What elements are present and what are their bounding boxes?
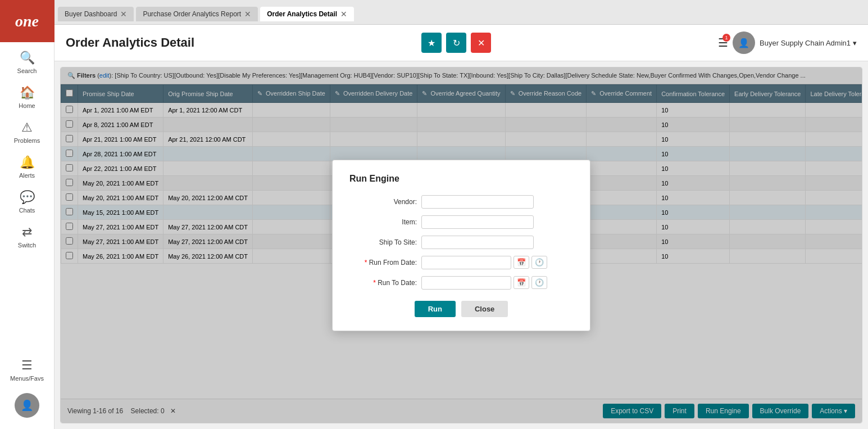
- sidebar-item-problems[interactable]: ⚠ Problems: [0, 115, 54, 150]
- sidebar-item-home[interactable]: 🏠 Home: [0, 80, 54, 115]
- run-to-date-input[interactable]: [421, 276, 511, 290]
- tab-purchase-order-analytics[interactable]: Purchase Order Analytics Report ✕: [136, 7, 258, 21]
- sidebar-item-label: Problems: [14, 137, 40, 144]
- sidebar-item-menus[interactable]: ☰ Menus/Favs: [7, 353, 47, 387]
- notification-button[interactable]: ☰ 1: [718, 36, 728, 49]
- home-icon: 🏠: [20, 85, 35, 100]
- item-label: Item:: [349, 218, 417, 226]
- bell-icon: 🔔: [20, 155, 35, 170]
- run-from-date-container: 📅 🕐: [421, 256, 547, 269]
- run-from-date-clock-icon[interactable]: 🕐: [531, 256, 547, 269]
- modal-buttons: Run Close: [349, 301, 573, 317]
- tab-close-buyer-dashboard[interactable]: ✕: [120, 10, 127, 18]
- tab-close-order-analytics[interactable]: ✕: [340, 10, 347, 18]
- modal-run-button[interactable]: Run: [415, 301, 456, 317]
- chevron-down-icon: ▾: [853, 39, 857, 47]
- search-icon: 🔍: [20, 51, 35, 65]
- header-actions: ★ ↻ ✕: [421, 33, 491, 53]
- run-from-date-input[interactable]: [421, 256, 511, 269]
- run-to-date-calendar-icon[interactable]: 📅: [513, 276, 529, 289]
- tab-label: Order Analytics Detail: [267, 10, 337, 18]
- sidebar-user-avatar[interactable]: 👤: [7, 387, 47, 423]
- vendor-row: Vendor:: [349, 195, 573, 209]
- sidebar-item-chats[interactable]: 💬 Chats: [0, 184, 54, 219]
- sidebar-bottom: ☰ Menus/Favs 👤: [7, 353, 47, 429]
- run-engine-modal: Run Engine Vendor: Item: Ship To Site: R…: [332, 160, 590, 331]
- item-row: Item:: [349, 215, 573, 229]
- tab-label: Purchase Order Analytics Report: [143, 10, 241, 18]
- sidebar: one 🔍 Search 🏠 Home ⚠ Problems 🔔 Alerts …: [0, 0, 54, 429]
- tab-bar: Buyer Dashboard ✕ Purchase Order Analyti…: [54, 0, 868, 25]
- content-area: 🔍 Filters (edit): [Ship To Country: US][…: [60, 67, 862, 423]
- sidebar-item-label: Chats: [19, 207, 35, 214]
- main-area: Buyer Dashboard ✕ Purchase Order Analyti…: [54, 0, 868, 429]
- run-to-date-label: Run To Date:: [349, 279, 417, 287]
- run-from-date-row: Run From Date: 📅 🕐: [349, 256, 573, 269]
- switch-icon: ⇄: [22, 225, 32, 240]
- sidebar-bottom-label: Menus/Favs: [10, 375, 44, 382]
- user-avatar: 👤: [733, 31, 755, 54]
- sidebar-item-switch[interactable]: ⇄ Switch: [0, 219, 54, 254]
- ship-to-site-row: Ship To Site:: [349, 236, 573, 249]
- modal-close-button[interactable]: Close: [461, 301, 508, 317]
- page-title: Order Analytics Detail: [66, 35, 194, 50]
- run-from-date-calendar-icon[interactable]: 📅: [513, 256, 529, 269]
- sidebar-item-search[interactable]: 🔍 Search: [0, 45, 54, 80]
- run-to-date-row: Run To Date: 📅 🕐: [349, 276, 573, 290]
- warning-icon: ⚠: [21, 120, 33, 135]
- run-to-date-container: 📅 🕐: [421, 276, 547, 290]
- modal-overlay: Run Engine Vendor: Item: Ship To Site: R…: [61, 67, 862, 423]
- avatar-bottom: 👤: [15, 393, 39, 418]
- tab-label: Buyer Dashboard: [65, 10, 117, 18]
- tab-buyer-dashboard[interactable]: Buyer Dashboard ✕: [58, 7, 134, 21]
- user-dropdown[interactable]: Buyer Supply Chain Admin1 ▾: [760, 39, 857, 47]
- tab-close-purchase-order[interactable]: ✕: [244, 10, 251, 18]
- page-header: Order Analytics Detail ★ ↻ ✕ ☰ 1 👤 Buyer…: [54, 25, 868, 61]
- item-input[interactable]: [421, 215, 534, 229]
- logo-text: one: [15, 12, 39, 30]
- vendor-label: Vendor:: [349, 198, 417, 206]
- refresh-button[interactable]: ↻: [446, 33, 466, 53]
- sidebar-item-label: Home: [19, 102, 35, 109]
- star-button[interactable]: ★: [421, 33, 442, 53]
- ship-to-site-label: Ship To Site:: [349, 238, 417, 246]
- user-name: Buyer Supply Chain Admin1: [760, 39, 851, 47]
- ship-to-site-input[interactable]: [421, 236, 534, 249]
- tab-order-analytics-detail[interactable]: Order Analytics Detail ✕: [260, 7, 354, 21]
- sidebar-item-label: Alerts: [19, 172, 35, 179]
- notification-badge: 1: [722, 34, 730, 42]
- sidebar-item-label: Switch: [18, 242, 36, 249]
- sidebar-item-label: Search: [17, 67, 37, 74]
- header-right: ☰ 1 👤 Buyer Supply Chain Admin1 ▾: [718, 31, 857, 54]
- run-from-date-label: Run From Date:: [349, 259, 417, 267]
- run-to-date-clock-icon[interactable]: 🕐: [531, 276, 547, 289]
- chat-icon: 💬: [20, 190, 35, 205]
- app-logo: one: [0, 0, 54, 42]
- close-button[interactable]: ✕: [471, 33, 491, 53]
- sidebar-item-alerts[interactable]: 🔔 Alerts: [0, 150, 54, 184]
- menu-icon: ☰: [21, 358, 33, 373]
- modal-title: Run Engine: [349, 174, 573, 184]
- vendor-input[interactable]: [421, 195, 534, 209]
